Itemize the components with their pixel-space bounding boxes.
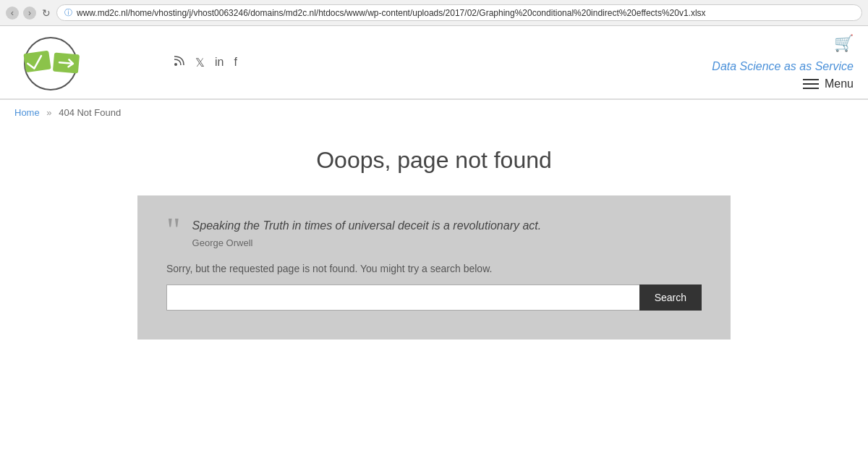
reload-button[interactable]: ↻ <box>42 7 51 19</box>
quote-mark-icon: " <box>166 213 181 248</box>
header-right: 🛒 Data Science as as Service Menu <box>712 34 854 90</box>
forward-button[interactable]: › <box>23 7 36 20</box>
linkedin-icon[interactable]: in <box>215 56 224 69</box>
svg-point-4 <box>174 63 177 66</box>
address-bar[interactable]: ⓘ www.md2c.nl/home/vhosting/j/vhost00632… <box>56 4 862 21</box>
browser-nav-controls: ‹ › <box>6 7 36 20</box>
quote-content: Speaking the Truth in times of universal… <box>192 217 542 248</box>
browser-chrome: ‹ › ↻ ⓘ www.md2c.nl/home/vhosting/j/vhos… <box>0 0 868 26</box>
menu-label: Menu <box>825 77 854 90</box>
facebook-icon[interactable]: f <box>234 56 237 69</box>
search-row: Search <box>166 284 702 311</box>
breadcrumb: Home » 404 Not Found <box>0 100 868 125</box>
twitter-icon[interactable]: 𝕏 <box>195 56 205 69</box>
cart-icon[interactable]: 🛒 <box>834 34 854 53</box>
rss-icon[interactable] <box>174 55 185 69</box>
quote-block: " Speaking the Truth in times of univers… <box>166 217 702 248</box>
breadcrumb-current: 404 Not Found <box>59 107 121 118</box>
svg-line-3 <box>59 62 72 64</box>
quote-author: George Orwell <box>192 237 542 248</box>
page-title: Ooops, page not found <box>123 147 745 174</box>
back-button[interactable]: ‹ <box>6 7 19 20</box>
lock-icon: ⓘ <box>64 7 72 18</box>
error-box: " Speaking the Truth in times of univers… <box>137 195 731 340</box>
hamburger-icon <box>803 79 819 89</box>
data-science-link[interactable]: Data Science as as Service <box>712 60 854 73</box>
quote-text: Speaking the Truth in times of universal… <box>192 217 542 235</box>
sorry-text: Sorry, but the requested page is not fou… <box>166 263 702 274</box>
logo-area: 𝕏 in f <box>14 33 237 91</box>
breadcrumb-separator: » <box>46 107 51 118</box>
main-content: Ooops, page not found " Speaking the Tru… <box>109 125 760 368</box>
site-header: 𝕏 in f 🛒 Data Science as as Service Menu <box>0 26 868 99</box>
search-input[interactable] <box>166 284 639 311</box>
search-button[interactable]: Search <box>639 284 702 311</box>
url-text: www.md2c.nl/home/vhosting/j/vhost0063246… <box>77 8 706 18</box>
breadcrumb-home-link[interactable]: Home <box>14 107 40 118</box>
social-icons-group: 𝕏 in f <box>174 55 237 69</box>
site-logo[interactable] <box>14 33 101 91</box>
menu-toggle[interactable]: Menu <box>803 77 854 90</box>
